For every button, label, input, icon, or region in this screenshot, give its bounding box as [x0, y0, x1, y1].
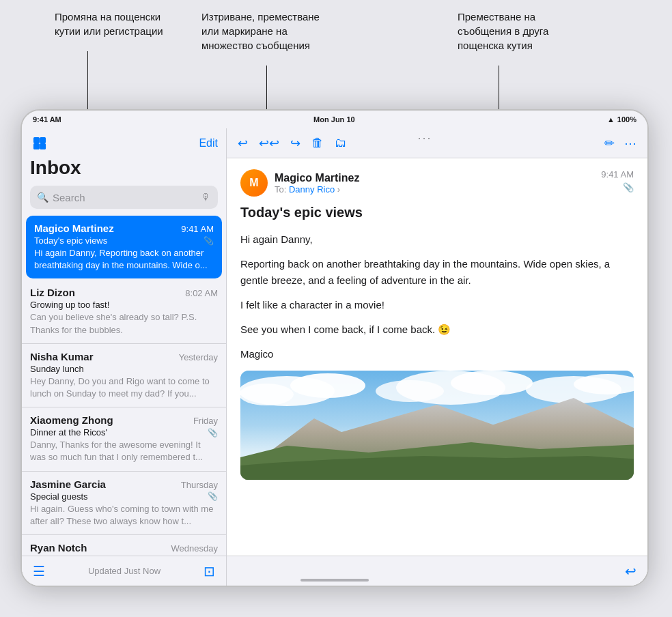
sidebar-icon[interactable] [30, 134, 49, 153]
mountain-image [240, 371, 634, 480]
avatar: M [240, 169, 268, 197]
annotation-top-middle: Изтриване, преместванеили маркиране намн… [201, 10, 320, 53]
email-detail-meta: M Magico Martinez To: Danny Rico › 9:41 … [240, 169, 634, 197]
svg-point-7 [240, 384, 294, 405]
mic-icon[interactable]: 🎙 [201, 192, 211, 203]
annotation-top-left: Промяна на пощенскикутии или регистрации [55, 10, 163, 38]
body-para-5: Magico [240, 346, 634, 362]
reply-bottom-icon[interactable]: ↩ [625, 563, 636, 579]
toolbar-left: ↩ ↩↩ ↪ 🗑 🗂 [238, 136, 347, 151]
top-dots: ··· [417, 131, 432, 145]
wifi-icon: ▲ [607, 115, 615, 124]
home-indicator [300, 579, 369, 582]
annotation-top-right: Преместване насъобщения в другапощенска … [458, 10, 548, 53]
body-para-4: See you when I come back, if I come back… [240, 321, 634, 338]
email-body: Hi again Danny, Reporting back on anothe… [240, 231, 634, 362]
edit-button[interactable]: Edit [199, 137, 218, 149]
svg-point-6 [290, 373, 365, 398]
trash-icon[interactable]: 🗑 [311, 136, 324, 150]
archive-icon[interactable]: 🗂 [335, 136, 347, 150]
email-sender-4: Xiaomeng Zhong [30, 414, 113, 426]
body-para-2: Reporting back on another breathtaking d… [240, 256, 634, 289]
filter-icon[interactable]: ☰ [33, 563, 45, 579]
attachment-icon-5: 📎 [208, 491, 218, 501]
search-bar[interactable]: 🔍 Search 🎙 [30, 186, 218, 209]
email-list-pane: Edit Inbox 🔍 Search 🎙 Magico Martinez 9:… [22, 128, 227, 586]
email-item-1[interactable]: Magico Martinez 9:41 AM Today's epic vie… [26, 216, 222, 278]
email-list: Magico Martinez 9:41 AM Today's epic vie… [22, 214, 226, 556]
body-para-1: Hi again Danny, [240, 231, 634, 248]
detail-bottom-bar: ↩ [227, 556, 647, 586]
svg-rect-2 [40, 138, 45, 143]
email-subject-1: Today's epic views [34, 235, 107, 246]
email-detail-timestamp: 9:41 AM [601, 169, 634, 180]
search-icon: 🔍 [37, 192, 48, 203]
svg-rect-1 [34, 144, 39, 149]
email-time-1: 9:41 AM [181, 224, 214, 234]
email-item-3[interactable]: Nisha Kumar Yesterday Sunday lunch Hey D… [22, 344, 226, 407]
status-date: Mon Jun 10 [313, 115, 355, 124]
email-subject-3: Sunday lunch [30, 364, 84, 374]
email-subject-5: Special guests [30, 491, 88, 502]
email-item-6[interactable]: Ryan Notch Wednesday Out of town Howdy, … [22, 535, 226, 556]
email-sender-6: Ryan Notch [30, 542, 87, 554]
annotation-line-right [499, 66, 499, 112]
email-time-4: Friday [193, 416, 218, 426]
email-detail-pane: ↩ ↩↩ ↪ 🗑 🗂 ✏ ⋯ M Magico Martinez To: [227, 128, 647, 586]
email-item-4[interactable]: Xiaomeng Zhong Friday Dinner at the Rico… [22, 407, 226, 471]
email-preview-1: Hi again Danny, Reporting back on anothe… [34, 247, 214, 272]
email-detail-subject: Today's epic views [240, 205, 634, 220]
status-right: ▲ 100% [607, 115, 636, 124]
detail-toolbar: ↩ ↩↩ ↪ 🗑 🗂 ✏ ⋯ [227, 128, 647, 158]
email-preview-2: Can you believe she's already so tall? P… [30, 311, 218, 336]
updated-text: Updated Just Now [88, 566, 160, 576]
status-bar: 9:41 AM Mon Jun 10 ▲ 100% [22, 111, 647, 128]
email-detail-content: M Magico Martinez To: Danny Rico › 9:41 … [227, 158, 647, 556]
more-icon[interactable]: ⋯ [624, 136, 636, 151]
email-list-header: Edit [22, 128, 226, 156]
annotation-line-middle [266, 66, 267, 112]
email-item-5[interactable]: Jasmine Garcia Thursday Special guests 📎… [22, 472, 226, 535]
attachment-icon-1: 📎 [204, 236, 214, 246]
reply-icon[interactable]: ↩ [238, 136, 248, 151]
annotation-line-left [87, 51, 88, 113]
inbox-title: Inbox [22, 156, 226, 183]
email-sender-1: Magico Martinez [34, 223, 114, 234]
ipad-frame: 9:41 AM Mon Jun 10 ▲ 100% ··· Edit Inbox… [20, 109, 649, 587]
email-subject-4: Dinner at the Ricos' [30, 427, 107, 437]
email-subject-2: Growing up too fast! [30, 300, 109, 310]
svg-point-10 [376, 380, 444, 402]
svg-rect-0 [34, 138, 39, 143]
battery-icon: 100% [617, 115, 636, 124]
email-time-3: Yesterday [179, 352, 218, 362]
email-preview-3: Hey Danny, Do you and Rigo want to come … [30, 375, 218, 400]
sender-info: M Magico Martinez To: Danny Rico › [240, 169, 359, 197]
email-time-5: Thursday [181, 480, 218, 490]
svg-point-9 [451, 371, 533, 395]
forward-icon[interactable]: ↪ [290, 136, 300, 151]
email-detail-from: Magico Martinez [275, 172, 359, 184]
email-preview-5: Hi again. Guess who's coming to town wit… [30, 503, 218, 528]
search-placeholder: Search [53, 192, 85, 203]
email-item-2[interactable]: Liz Dizon 8:02 AM Growing up too fast! C… [22, 280, 226, 343]
compose-new-icon[interactable]: ✏ [604, 136, 615, 151]
email-time-6: Wednesday [171, 543, 218, 554]
email-detail-to: To: Danny Rico › [275, 184, 359, 195]
list-bottom-bar: ☰ Updated Just Now ⊡ [22, 556, 226, 586]
email-sender-5: Jasmine Garcia [30, 478, 106, 490]
toolbar-right: ✏ ⋯ [604, 136, 636, 151]
email-to-name[interactable]: Danny Rico [289, 184, 335, 195]
email-sender-2: Liz Dizon [30, 287, 75, 298]
body-para-3: I felt like a character in a movie! [240, 297, 634, 313]
email-time-2: 8:02 AM [185, 288, 218, 298]
detail-attach-icon: 📎 [601, 182, 634, 192]
email-preview-4: Danny, Thanks for the awesome evening! I… [30, 439, 218, 463]
detail-time-attach: 9:41 AM 📎 [601, 169, 634, 192]
email-sender-3: Nisha Kumar [30, 351, 94, 362]
attachment-icon-4: 📎 [208, 428, 218, 437]
reply-all-icon[interactable]: ↩↩ [259, 136, 279, 151]
compose-icon[interactable]: ⊡ [204, 563, 215, 579]
sender-name-to: Magico Martinez To: Danny Rico › [275, 172, 359, 195]
svg-rect-3 [40, 144, 45, 149]
status-time: 9:41 AM [33, 115, 61, 124]
